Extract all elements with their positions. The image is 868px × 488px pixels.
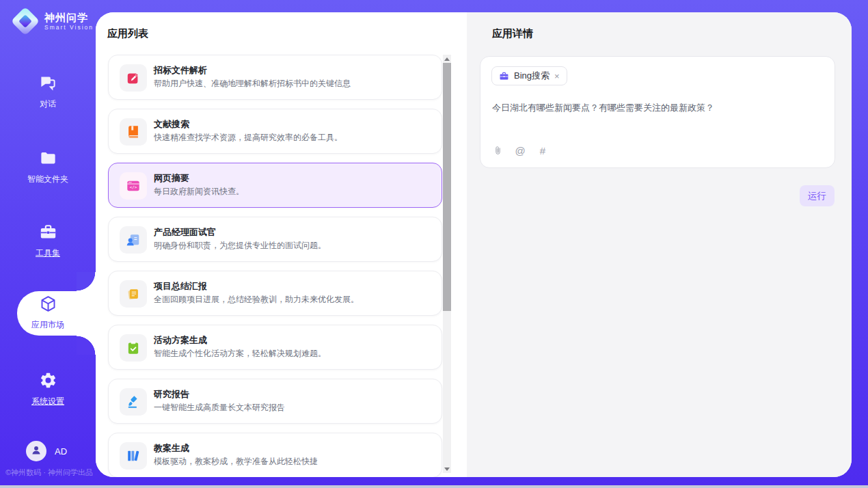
app-card-招标文件解析[interactable]: 招标文件解析 帮助用户快速、准确地理解和解析招标书中的关键信息 — [108, 55, 442, 100]
toolbox-icon — [39, 223, 57, 241]
user-account[interactable]: AD — [0, 441, 96, 461]
main-content: 应用列表 招标文件解析 帮助用户快速、准确地理解和解析招标书中的关键信息 文献搜… — [96, 12, 852, 477]
sidebar-item-系统设置[interactable]: 系统设置 — [0, 371, 96, 407]
sidebar-item-工具集[interactable]: 工具集 — [0, 223, 96, 259]
app-card-研究报告[interactable]: 研究报告 一键智能生成高质量长文本研究报告 — [108, 379, 442, 424]
app-card-产品经理面试官[interactable]: 产品经理面试官 明确身份和职责，为您提供专业性的面试问题。 — [108, 217, 442, 262]
cube-icon — [39, 295, 57, 313]
scroll-up-arrow-icon[interactable] — [443, 55, 451, 63]
chip-close-icon[interactable]: × — [554, 72, 560, 81]
user-initials: AD — [55, 446, 67, 457]
app-list-panel: 应用列表 招标文件解析 帮助用户快速、准确地理解和解析招标书中的关键信息 文献搜… — [96, 12, 467, 477]
folder-icon — [39, 149, 57, 167]
sidebar-item-对话[interactable]: 对话 — [0, 74, 96, 110]
sidebar-nav: 对话 智能文件夹 工具集 应用市场 系统设置 — [0, 0, 96, 488]
sidebar-item-应用市场[interactable]: 应用市场 — [0, 295, 96, 331]
query-input[interactable]: 今日湖北有哪些新闻要点？有哪些需要关注的最新政策？ — [492, 102, 824, 114]
svg-text:</>: </> — [130, 185, 137, 189]
sidebar-item-智能文件夹[interactable]: 智能文件夹 — [0, 149, 96, 185]
tool-chip-bing-search[interactable]: Bing搜索 × — [491, 66, 567, 85]
app-detail-title: 应用详情 — [492, 27, 533, 40]
gear-icon — [39, 371, 57, 390]
app-card-活动方案生成[interactable]: 活动方案生成 智能生成个性化活动方案，轻松解决规划难题。 — [108, 325, 442, 370]
app-list: 招标文件解析 帮助用户快速、准确地理解和解析招标书中的关键信息 文献搜索 快速精… — [108, 55, 442, 477]
hash-icon[interactable]: # — [537, 144, 548, 157]
app-card-文献搜索[interactable]: 文献搜索 快速精准查找学术资源，提高研究效率的必备工具。 — [108, 109, 442, 154]
tool-chip-label: Bing搜索 — [514, 70, 550, 82]
scroll-down-arrow-icon[interactable] — [443, 465, 451, 473]
app-card-项目总结汇报[interactable]: 项目总结汇报 全面回顾项目进展，总结经验教训，助力未来优化发展。 — [108, 271, 442, 316]
book-icon — [120, 118, 147, 146]
app-list-scrollbar[interactable] — [443, 55, 451, 473]
attachment-icon[interactable] — [492, 144, 503, 157]
prompt-card: Bing搜索 × 今日湖北有哪些新闻要点？有哪些需要关注的最新政策？ @# — [480, 56, 835, 168]
notes-icon — [120, 280, 147, 308]
interviewer-icon — [120, 226, 147, 254]
avatar — [26, 441, 46, 461]
chat-icon — [39, 74, 57, 92]
sidebar: 神州问学 Smart Vision 对话 智能文件夹 工具集 应用市场 系统设置… — [0, 0, 96, 488]
research-icon — [120, 388, 147, 416]
app-card-网页摘要[interactable]: </> 网页摘要 每日政府新闻资讯快查。 — [108, 163, 442, 208]
app-list-title: 应用列表 — [107, 27, 148, 40]
window-bottom-edge — [0, 485, 868, 488]
clipboard-check-icon — [120, 334, 147, 362]
briefcase-icon — [499, 71, 509, 81]
app-detail-panel: 应用详情 Bing搜索 × 今日湖北有哪些新闻要点？有哪些需要关注的最新政策？ … — [467, 12, 852, 477]
mention-icon[interactable]: @ — [515, 144, 526, 157]
person-icon — [30, 444, 42, 459]
edit-document-icon — [120, 64, 147, 92]
run-button[interactable]: 运行 — [800, 185, 835, 206]
books-icon — [120, 442, 147, 470]
app-card-教案生成[interactable]: 教案生成 模板驱动，教案秒成，教学准备从此轻松快捷 — [108, 433, 442, 477]
copyright-footer: ©神州数码 · 神州问学出品 — [5, 467, 101, 478]
composer-toolbar: @# — [492, 144, 548, 157]
scrollbar-thumb[interactable] — [443, 63, 451, 311]
web-code-icon: </> — [120, 172, 147, 200]
